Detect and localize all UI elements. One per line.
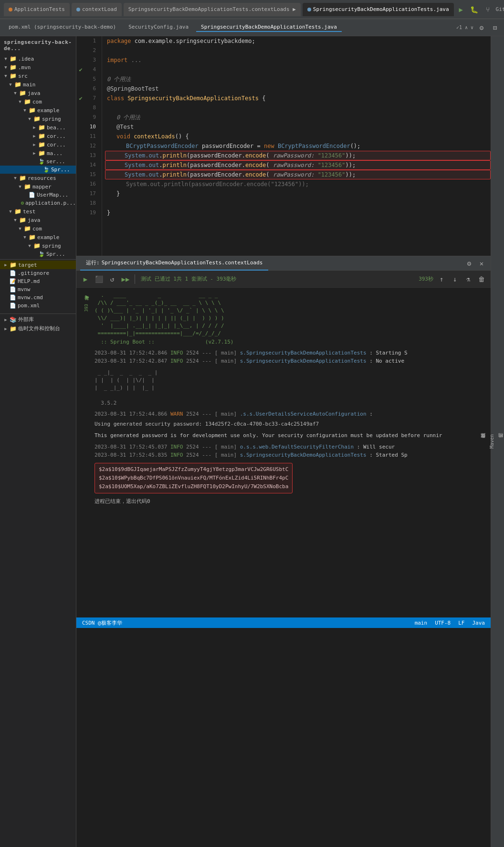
tab-securityconfig[interactable]: SecurityConfig.java: [124, 23, 193, 32]
tree-cor1[interactable]: ▶ 📁 cor...: [0, 132, 76, 140]
status-bar: CSDN @极客李华 main UTF-8 LF Java: [76, 617, 491, 628]
tab-dot: [307, 8, 311, 11]
tree-test-com[interactable]: ▼ 📁 com: [0, 224, 76, 233]
right-sidebar: 结构 Maven 数据库: [491, 36, 504, 847]
tree-test-java[interactable]: ▼ 📁 java: [0, 216, 76, 224]
tree-cor2[interactable]: ▶ 📁 cor...: [0, 140, 76, 149]
scroll-down-icon[interactable]: ↓: [450, 274, 460, 284]
exit-text: 进程已结束，退出代码0: [94, 498, 150, 504]
database-label[interactable]: 数据库: [480, 440, 486, 444]
tab-contextload[interactable]: contextLoad: [72, 3, 122, 16]
paren4: (: [266, 160, 273, 170]
tree-bea[interactable]: ▶ 📁 bea...: [0, 123, 76, 132]
tree-main[interactable]: ▼ 📁 main: [0, 80, 76, 89]
tree-item-label: Spr...: [51, 167, 70, 173]
tree-spr-main[interactable]: 🍃 Spr...: [0, 166, 76, 174]
toolbar-layout-icon[interactable]: ⊟: [490, 22, 500, 33]
close-panel-icon[interactable]: ✕: [476, 258, 487, 269]
tree-usermap[interactable]: 📄 UserMap...: [0, 191, 76, 199]
tab-tests-label: SpringsecurityBackDemoApplicationTests.j…: [201, 24, 337, 30]
tree-src[interactable]: ▼ 📁 src: [0, 72, 76, 80]
scroll-up-icon[interactable]: ↑: [436, 274, 447, 284]
tree-item-label: ma...: [47, 150, 63, 157]
tree-test-spr[interactable]: 🍃 Spr...: [0, 250, 76, 258]
tree-test-example[interactable]: ▼ 📁 example: [0, 233, 76, 241]
bottom-panel: 运行: SpringsecurityBackDemoApplicationTes…: [76, 256, 491, 628]
tab-contextloads-run[interactable]: SpringsecurityBackDemoApplicationTests.c…: [124, 3, 301, 16]
tree-idea[interactable]: ▼ 📁 .idea: [0, 54, 76, 63]
tree-application[interactable]: ⚙ application.p...: [0, 199, 76, 207]
tree-gitignore[interactable]: 📄 .gitignore: [0, 269, 76, 277]
code-line-8: [107, 103, 491, 113]
play-button[interactable]: ▶: [80, 274, 91, 284]
tab-pom-xml[interactable]: pom.xml (springsecurity-back-demo): [4, 23, 121, 32]
kw-import: import: [107, 55, 131, 65]
trash-icon[interactable]: 🗑: [476, 274, 487, 284]
stop-button[interactable]: ⬛: [94, 274, 104, 284]
tree-test[interactable]: ▼ 📁 test: [0, 207, 76, 216]
tree-spring[interactable]: ▼ 📁 spring: [0, 115, 76, 123]
tree-java[interactable]: ▼ 📁 java: [0, 89, 76, 97]
folder-icon: 📁: [10, 64, 17, 71]
git-icon[interactable]: ⑂: [483, 4, 493, 15]
param-hint3: rawPassword:: [273, 170, 318, 179]
debug-icon[interactable]: 🐛: [469, 4, 480, 15]
tree-pom[interactable]: 📄 pom.xml: [0, 302, 76, 310]
maven-label[interactable]: Maven: [489, 432, 494, 450]
gutter-10: ✔: [76, 65, 85, 74]
close3: ));: [345, 170, 356, 179]
tree-item-label: java: [28, 90, 41, 96]
tree-mvnw-cmd[interactable]: 📄 mvnw.cmd: [0, 293, 76, 302]
tree-target[interactable]: ▶ 📁 target: [0, 261, 76, 269]
tab-run[interactable]: 运行: SpringsecurityBackDemoApplicationTes…: [80, 256, 268, 271]
code-editor[interactable]: ✔ ✔ 1 2 3 4 5 6 7 8 9: [76, 36, 491, 256]
tab-main-file[interactable]: SpringsecurityBackDemoApplicationTests.j…: [303, 3, 454, 16]
code-line-16: System.out.println(passwordEncoder.encod…: [107, 179, 491, 189]
tree-resources[interactable]: ▼ 📁 resources: [0, 174, 76, 182]
tree-mapper[interactable]: ▼ 📁 mapper: [0, 182, 76, 191]
resume-button[interactable]: ▶▶: [120, 274, 131, 284]
toolbar-settings-icon[interactable]: ⚙: [476, 22, 487, 33]
tree-arrow: ▶: [3, 262, 8, 267]
paren1: (passwordEncoder.: [187, 151, 245, 160]
tree-example[interactable]: ▼ 📁 example: [0, 106, 76, 115]
spring-icon: 🍃: [38, 158, 45, 165]
tab-security-label: SecurityConfig.java: [128, 24, 189, 30]
code-line-11: void contextLoads () {: [107, 132, 491, 141]
println2: println: [163, 160, 187, 170]
tree-com[interactable]: ▼ 📁 com: [0, 97, 76, 106]
tree-ser[interactable]: 🍃 ser...: [0, 157, 76, 166]
filter-icon[interactable]: ⚗: [463, 274, 473, 284]
tree-external[interactable]: ▶ 📚 外部库: [0, 315, 76, 324]
rerun-button[interactable]: ↺: [107, 274, 117, 284]
tool-play[interactable]: ▶: [82, 292, 93, 302]
console-output[interactable]: ▶ 393毫秒 . ____ _ __ _ _ /\\ / ___'_ __ _…: [76, 288, 491, 617]
tree-help[interactable]: 📝 HELP.md: [0, 277, 76, 285]
tree-arrow: ▼: [8, 82, 13, 87]
tree-mvn[interactable]: ▼ 📁 .mvn: [0, 63, 76, 72]
tree-arrow: ▶: [32, 134, 37, 138]
xml-icon: 📄: [10, 303, 16, 309]
code-line-9: 0 个用法: [107, 113, 491, 122]
tab-applicationtests-java[interactable]: SpringsecurityBackDemoApplicationTests.j…: [196, 23, 342, 32]
tree-ma[interactable]: ▶ 📁 ma...: [0, 149, 76, 157]
gutter-19: [76, 151, 85, 160]
folder-icon: 📁: [29, 107, 36, 114]
tree-test-spring[interactable]: ▼ 📁 spring: [0, 241, 76, 250]
paren6: (: [266, 170, 273, 179]
gutter-11: [76, 74, 85, 84]
run-icon[interactable]: ▶: [456, 4, 466, 15]
tab-applicationtests[interactable]: ApplicationTests: [4, 3, 70, 16]
enc-line-1: $2a$10$9dBGJIqaejarMaPSJZfzZumyyT4gjY8et…: [99, 465, 288, 474]
tree-item-label: .gitignore: [18, 270, 49, 276]
settings-run-icon[interactable]: ⚙: [464, 258, 474, 269]
out: out: [149, 151, 159, 160]
usage-comment2: 0 个用法: [116, 113, 140, 122]
tree-temp[interactable]: ▶ 📁 临时文件和控制台: [0, 324, 76, 333]
close2: ));: [345, 160, 356, 170]
code-line-5: 0 个用法: [107, 74, 491, 84]
structure-label[interactable]: 结构: [497, 440, 504, 444]
kw-package: package: [107, 36, 135, 46]
println: println: [163, 151, 187, 160]
tree-mvnw[interactable]: 📄 mvnw: [0, 285, 76, 293]
